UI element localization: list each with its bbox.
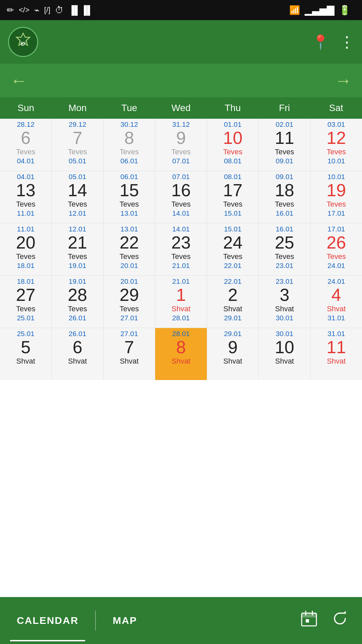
refresh-icon[interactable] (331, 610, 349, 631)
calendar-cell[interactable]: 28.126Teves04.01 (0, 119, 51, 171)
cell-gregorian-top: 30.01 (276, 329, 294, 338)
calendar-cell[interactable]: 17.0126Teves24.01 (311, 223, 362, 275)
calendar-cell[interactable]: 21.011Shvat28.01 (155, 276, 206, 328)
calendar-cell[interactable]: 29.127Teves05.01 (52, 119, 103, 171)
cell-hebrew-month: Shvat (327, 305, 346, 313)
cell-gregorian-bottom: 10.01 (327, 157, 345, 165)
calendar-cell[interactable]: 12.0121Teves19.01 (52, 223, 103, 275)
calendar-cell[interactable]: 01.0110Teves08.01 (207, 119, 258, 171)
calendar-cell[interactable]: 14.0123Teves21.01 (155, 223, 206, 275)
calendar-cell[interactable]: 26.016Shvat (52, 328, 103, 380)
cell-gregorian-bottom: 24.01 (327, 261, 345, 270)
cell-gregorian-bottom: 06.01 (120, 157, 138, 165)
calendar-cell[interactable]: 31.129Teves07.01 (155, 119, 206, 171)
cell-main-date: 15 (120, 181, 139, 200)
code-icon: </> (19, 6, 29, 14)
calendar-cell[interactable]: 28.018Shvat (155, 328, 206, 380)
calendar-cell[interactable]: 15.0124Teves22.01 (207, 223, 258, 275)
cell-main-date: 23 (171, 233, 191, 252)
calendar-cell[interactable]: 05.0114Teves12.01 (52, 171, 103, 223)
calendar-cell[interactable]: 25.015Shvat (0, 328, 51, 380)
cell-main-date: 9 (176, 128, 186, 148)
next-month-button[interactable]: → (335, 70, 352, 91)
cell-gregorian-bottom: 28.01 (172, 314, 190, 322)
calendar-cell[interactable]: 30.128Teves06.01 (104, 119, 155, 171)
calendar-today-icon[interactable] (300, 610, 318, 631)
calendar-cell[interactable]: 20.0129Teves27.01 (104, 276, 155, 328)
cell-gregorian-top: 19.01 (69, 277, 86, 285)
cell-hebrew-month: Teves (68, 148, 87, 156)
day-header-sat: Sat (310, 97, 362, 119)
cell-gregorian-top: 30.12 (120, 120, 138, 128)
wifi-icon: 📶 (289, 5, 300, 15)
bottom-tab-map[interactable]: MAP (96, 597, 154, 644)
cell-gregorian-bottom: 21.01 (172, 261, 190, 270)
calendar-grid: 28.126Teves04.0129.127Teves05.0130.128Te… (0, 119, 362, 380)
cell-gregorian-top: 09.01 (276, 172, 294, 181)
bottom-nav-tabs: CALENDARMAP (0, 597, 300, 644)
cell-gregorian-top: 27.01 (120, 329, 138, 338)
cell-gregorian-top: 15.01 (224, 225, 242, 233)
cell-gregorian-top: 14.01 (172, 225, 190, 233)
cell-main-date: 11 (275, 128, 294, 148)
calendar-cell[interactable]: 19.0128Teves26.01 (52, 276, 103, 328)
calendar-cell[interactable]: 23.013Shvat30.01 (259, 276, 310, 328)
day-header-mon: Mon (52, 97, 103, 119)
battery-icon: 🔋 (339, 5, 351, 16)
calendar-cell[interactable]: 13.0122Teves20.01 (104, 223, 155, 275)
calendar-cell[interactable]: 07.0116Teves14.01 (155, 171, 206, 223)
cell-hebrew-month: Teves (120, 305, 139, 313)
calendar-cell[interactable]: 02.0111Teves09.01 (259, 119, 310, 171)
bottom-tab-calendar[interactable]: CALENDAR (0, 597, 95, 644)
cell-main-date: 28 (68, 285, 87, 305)
cell-gregorian-top: 10.01 (327, 172, 345, 181)
cell-hebrew-month: Teves (68, 252, 87, 261)
cell-gregorian-bottom: 14.01 (172, 209, 190, 217)
calendar-cell[interactable]: 06.0115Teves13.01 (104, 171, 155, 223)
calendar-cell[interactable]: 29.019Shvat (207, 328, 258, 380)
barcode-icon: ▐▌▐▌ (68, 5, 93, 15)
cell-main-date: 16 (171, 181, 191, 200)
cell-hebrew-month: Shvat (172, 305, 190, 313)
cell-gregorian-top: 28.12 (17, 120, 35, 128)
location-pin-icon[interactable]: 📍 (312, 34, 329, 50)
cell-gregorian-top: 03.01 (327, 120, 345, 128)
calendar-cell[interactable]: 18.0127Teves25.01 (0, 276, 51, 328)
cell-gregorian-bottom: 12.01 (69, 209, 86, 217)
cell-gregorian-top: 25.01 (17, 329, 35, 338)
calendar-cell[interactable]: 10.0119Teves17.01 (311, 171, 362, 223)
calendar-cell[interactable]: 03.0112Teves10.01 (311, 119, 362, 171)
cell-hebrew-month: Teves (275, 252, 294, 261)
calendar-cell[interactable]: 22.012Shvat29.01 (207, 276, 258, 328)
cell-gregorian-bottom: 18.01 (17, 261, 35, 270)
calendar-cell[interactable]: 30.0110Shvat (259, 328, 310, 380)
calendar-cell[interactable]: 31.0111Shvat (311, 328, 362, 380)
cell-hebrew-month: Teves (16, 305, 35, 313)
calendar-cell[interactable]: 08.0117Teves15.01 (207, 171, 258, 223)
cell-gregorian-top: 23.01 (276, 277, 294, 285)
calendar-cell[interactable]: 24.014Shvat31.01 (311, 276, 362, 328)
more-options-icon[interactable]: ⋮ (339, 33, 354, 51)
cell-gregorian-top: 06.01 (120, 172, 138, 181)
cell-main-date: 3 (280, 285, 289, 305)
header-icons: 📍 ⋮ (312, 33, 354, 51)
cell-hebrew-month: Teves (223, 252, 242, 261)
cell-hebrew-month: Teves (171, 252, 190, 261)
cell-gregorian-top: 13.01 (120, 225, 138, 233)
app-header: ש 📍 ⋮ (0, 20, 362, 64)
cell-hebrew-month: Shvat (275, 305, 294, 313)
calendar-cell[interactable]: 09.0118Teves16.01 (259, 171, 310, 223)
calendar-cell[interactable]: 27.017Shvat (104, 328, 155, 380)
cell-main-date: 6 (21, 128, 31, 148)
bottom-navigation: CALENDARMAP (0, 597, 362, 644)
cell-gregorian-top: 26.01 (69, 329, 86, 338)
calendar-cell[interactable]: 04.0113Teves11.01 (0, 171, 51, 223)
cell-gregorian-top: 16.01 (276, 225, 294, 233)
calendar-cell[interactable]: 11.0120Teves18.01 (0, 223, 51, 275)
status-left-icons: ✏ </> ⌁ [/] ⏱ ▐▌▐▌ (7, 5, 93, 15)
cell-gregorian-bottom: 26.01 (69, 314, 86, 322)
prev-month-button[interactable]: ← (10, 70, 27, 91)
calendar-cell[interactable]: 16.0125Teves23.01 (259, 223, 310, 275)
cell-main-date: 26 (326, 233, 346, 252)
cell-gregorian-top: 17.01 (327, 225, 345, 233)
